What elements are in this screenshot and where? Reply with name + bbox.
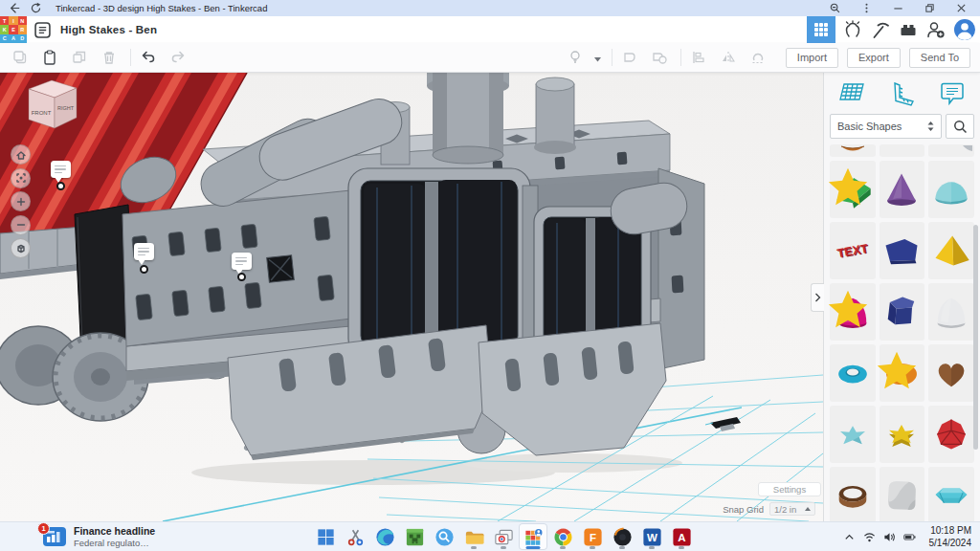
shape-half-sphere[interactable]	[928, 161, 974, 218]
panel-collapse-button[interactable]	[811, 283, 824, 312]
shape-star[interactable]	[830, 406, 876, 463]
taskbar-dark-circle-app[interactable]	[608, 523, 636, 550]
undo-icon[interactable]	[138, 47, 159, 68]
shape-roof[interactable]	[830, 161, 876, 218]
shape-ring[interactable]	[830, 467, 876, 521]
refresh-icon[interactable]	[30, 2, 42, 14]
fit-view-button[interactable]	[11, 168, 31, 188]
tinkercad-logo[interactable]: TINKERCAD	[0, 16, 27, 43]
panel-scrollbar[interactable]	[973, 225, 978, 450]
design-title[interactable]: High Stakes - Ben	[60, 24, 157, 35]
toolbar-divider	[680, 49, 681, 66]
comment-pin[interactable]	[51, 161, 71, 178]
show-all-icon[interactable]	[565, 47, 586, 68]
shape-hexagonal-prism[interactable]	[880, 283, 925, 341]
invite-person-icon[interactable]	[925, 19, 947, 40]
design-menu-icon[interactable]	[34, 22, 51, 38]
shape-torus[interactable]	[830, 344, 876, 402]
comment-pin[interactable]	[232, 253, 252, 270]
comment-pin-anchor[interactable]	[56, 182, 65, 190]
taskbar-browser-windows[interactable]	[489, 523, 518, 550]
view-cube[interactable]: FRONT RIGHT	[29, 80, 77, 128]
copy-icon[interactable]	[10, 47, 31, 68]
scene-canvas[interactable]: FRONT RIGHT	[0, 73, 823, 521]
shape-dice[interactable]	[880, 467, 925, 521]
volume-icon[interactable]	[883, 531, 896, 543]
taskbar-file-explorer[interactable]	[459, 523, 488, 550]
ungroup-icon[interactable]	[649, 47, 670, 68]
close-icon[interactable]	[956, 3, 967, 13]
paste-icon[interactable]	[39, 47, 60, 68]
taskbar-minecraft[interactable]	[400, 523, 429, 550]
align-icon[interactable]	[688, 47, 709, 68]
workplane-tool-icon[interactable]	[837, 79, 866, 108]
group-icon[interactable]	[619, 47, 640, 68]
comment-pin-anchor[interactable]	[237, 273, 246, 281]
tray-chevron-icon[interactable]	[843, 531, 856, 543]
shape-paraboloid[interactable]	[830, 283, 876, 341]
bricks-icon[interactable]	[898, 19, 919, 40]
mirror-icon[interactable]	[718, 47, 739, 68]
shape-rounded-cone[interactable]	[928, 283, 974, 341]
shape-cone[interactable]	[880, 161, 925, 218]
shape-thick-star[interactable]	[880, 406, 925, 463]
minimize-icon[interactable]	[893, 3, 903, 13]
taskbar-clock[interactable]: 10:18 PM 5/14/2024	[929, 524, 972, 549]
windows-taskbar: 1 Finance headline Federal regulato… FWA…	[0, 521, 980, 551]
model-mini-part[interactable]	[705, 417, 741, 431]
zoom-page-icon[interactable]	[830, 3, 840, 13]
send-to-button[interactable]: Send To	[909, 48, 970, 68]
favorite-star-icon	[827, 287, 869, 333]
grid-view-button[interactable]	[807, 16, 835, 43]
ruler-tool-icon[interactable]	[888, 79, 917, 108]
shape-text[interactable]: TEXTTEXT	[830, 222, 876, 279]
restore-icon[interactable]	[924, 3, 935, 13]
back-icon[interactable]	[8, 2, 20, 14]
duplicate-icon[interactable]	[69, 47, 90, 68]
taskbar-acrobat[interactable]: A	[667, 523, 696, 550]
export-button[interactable]: Export	[847, 48, 901, 68]
3d-viewport[interactable]: FRONT RIGHT Settings Snap Grid 1/2 in	[0, 73, 823, 521]
shape-polygon[interactable]	[880, 222, 925, 279]
minecraft-pickaxe-icon[interactable]	[870, 19, 891, 40]
view-cube-right-label[interactable]: RIGHT	[57, 105, 75, 111]
taskbar-tinkercad[interactable]	[519, 523, 547, 550]
show-all-caret-icon[interactable]	[594, 49, 601, 66]
taskbar-edge[interactable]	[370, 523, 399, 550]
settings-button[interactable]: Settings	[758, 482, 821, 496]
taskbar-search[interactable]	[430, 523, 458, 550]
widgets-button[interactable]: 1 Finance headline Federal regulato…	[0, 525, 155, 549]
import-button[interactable]: Import	[786, 48, 838, 68]
perspective-toggle-button[interactable]	[11, 238, 31, 258]
taskbar-fusion-360[interactable]: F	[578, 523, 607, 550]
shape-search-button[interactable]	[946, 114, 974, 139]
wifi-icon[interactable]	[863, 531, 876, 543]
avatar[interactable]	[953, 18, 976, 41]
shape-torus-thick[interactable]	[880, 344, 925, 402]
notes-tool-icon[interactable]	[938, 79, 967, 108]
comment-pin-anchor[interactable]	[140, 265, 148, 274]
shape-cylinder-partial[interactable]	[928, 144, 974, 157]
taskbar-snipping-tool[interactable]	[341, 523, 369, 550]
shape-gem[interactable]	[928, 467, 974, 521]
workplane-snap-icon[interactable]	[747, 47, 768, 68]
shape-category-select[interactable]: Basic Shapes	[830, 114, 942, 139]
battery-icon[interactable]	[903, 531, 916, 543]
zoom-out-button[interactable]	[11, 215, 31, 235]
shape-pyramid[interactable]	[928, 222, 974, 279]
home-view-button[interactable]	[11, 144, 31, 165]
delete-icon[interactable]	[99, 47, 120, 68]
snap-grid-select[interactable]: 1/2 in	[769, 502, 815, 516]
zoom-in-button[interactable]	[11, 191, 31, 211]
menu-dots-icon[interactable]	[861, 3, 872, 13]
comment-pin[interactable]	[134, 243, 154, 260]
taskbar-start[interactable]	[311, 523, 340, 550]
taskbar-word[interactable]: W	[637, 523, 666, 550]
taskbar-chrome[interactable]	[548, 523, 577, 550]
circuits-icon[interactable]	[842, 19, 863, 40]
shape-icosahedron[interactable]	[928, 406, 974, 463]
shape-box-partial[interactable]	[830, 144, 876, 157]
shape-heart[interactable]	[928, 344, 974, 402]
view-cube-front-label[interactable]: FRONT	[32, 110, 52, 116]
redo-icon[interactable]	[167, 47, 189, 68]
